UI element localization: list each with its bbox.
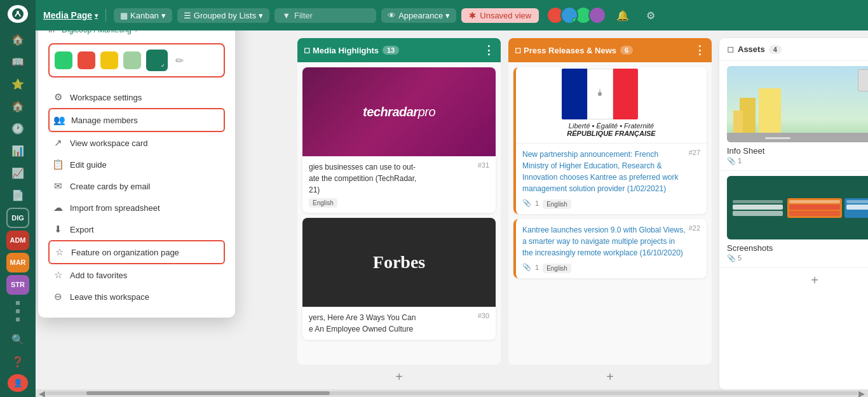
asset-item-info-sheet[interactable]: Info Sheet #6 📎 1 <box>719 61 868 171</box>
filter-box[interactable]: ▼ Filter <box>275 8 376 23</box>
svg-point-1 <box>17 11 19 13</box>
menu-item-import-spreadsheet[interactable]: ☁ Import from spreadsheet <box>48 197 225 219</box>
appearance-chevron: ▾ <box>445 11 450 20</box>
grouped-icon: ☰ <box>184 11 191 20</box>
asset-thumbnail-screenshots <box>727 176 868 239</box>
card-number: #30 <box>478 312 489 320</box>
workspace-path-link[interactable]: Digicoop / Marketing <box>62 30 131 34</box>
scroll-thumb[interactable] <box>86 391 330 395</box>
menu-item-feature-org-page[interactable]: ☆ Feature on organization page <box>48 240 225 264</box>
leave-icon: ⊖ <box>52 291 64 302</box>
avatar-4[interactable] <box>588 6 606 24</box>
sidebar-item-star[interactable]: ⭐ <box>6 74 29 94</box>
column-count: 13 <box>383 46 399 55</box>
global-settings-icon[interactable]: ⚙ <box>639 4 662 27</box>
grouped-by-button[interactable]: ☰ Grouped by Lists ▾ <box>177 8 269 23</box>
card-number: #31 <box>478 161 489 169</box>
workspace-dropdown-popup: Media Page In Digicoop / Marketing ↗ ✓ ✏… <box>38 30 235 318</box>
scroll-left-arrow[interactable]: ◀ <box>38 389 46 397</box>
color-swatch-yellow[interactable] <box>100 51 118 69</box>
page-title[interactable]: Media Page ▾ <box>43 10 98 20</box>
assets-column-header: ◻ Assets 4 ⋮ <box>719 38 868 61</box>
card-body: New partnership announcement: French Min… <box>516 144 707 214</box>
card-techradar[interactable]: techradarpro gies businesses can use to … <box>302 67 496 213</box>
scroll-right-arrow[interactable]: ▶ <box>858 389 865 397</box>
assets-add-button[interactable]: + <box>719 268 868 293</box>
menu-item-workspace-settings[interactable]: ⚙ Workspace settings <box>48 86 225 108</box>
top-header: Media Page ▾ ▦ Kanban ▾ ☰ Grouped by Lis… <box>36 0 868 30</box>
sidebar-item-doc[interactable]: 📄 <box>6 185 29 205</box>
menu-item-label: Feature on organization page <box>71 248 179 257</box>
asset-name: Screenshots #14 <box>727 243 868 253</box>
color-swatch-light-green[interactable] <box>123 51 141 69</box>
menu-item-create-cards-email[interactable]: ✉ Create cards by email <box>48 175 225 197</box>
menu-item-view-workspace-card[interactable]: ↗ View workspace card <box>48 132 225 154</box>
color-pen-icon[interactable]: ✏ <box>175 55 184 67</box>
scroll-track[interactable] <box>46 391 858 395</box>
workspace-badge-dig[interactable]: DIG <box>6 208 29 228</box>
column-menu-button[interactable]: ⋮ <box>483 43 494 57</box>
column-add-card-button[interactable]: + <box>297 365 501 389</box>
clip-count: 1 <box>535 264 539 271</box>
workspace-badge-str[interactable]: STR <box>6 275 29 295</box>
menu-item-label: View workspace card <box>70 138 148 148</box>
asset-item-screenshots[interactable]: Screenshots #14 📎 5 <box>719 171 868 268</box>
menu-item-manage-members[interactable]: 👥 Manage members <box>48 108 225 132</box>
french-flag <box>562 69 638 119</box>
menu-item-export[interactable]: ⬇ Export <box>48 219 225 240</box>
card-tag: English <box>309 198 337 208</box>
sidebar-help[interactable]: ❓ <box>6 352 29 372</box>
card-french-ministry[interactable]: Liberté • Égalité • FraternitéRÉPUBLIQUE… <box>513 67 707 214</box>
favorites-icon: ☆ <box>52 269 64 281</box>
settings-icon: ⚙ <box>52 91 64 103</box>
screenshot-preview <box>727 176 868 239</box>
filter-label: Filter <box>294 11 313 20</box>
color-swatch-selected-dark-green[interactable]: ✓ <box>146 50 168 71</box>
kanban-chevron: ▾ <box>161 11 166 20</box>
menu-item-label: Import from spreadsheet <box>70 203 160 213</box>
column-icon: ◻ <box>515 46 521 55</box>
popup-workspace-path: In Digicoop / Marketing ↗ <box>48 30 225 34</box>
asset-thumbnail-info-sheet <box>727 66 868 142</box>
menu-item-add-favorites[interactable]: ☆ Add to favorites <box>48 264 225 286</box>
kanban-view-button[interactable]: ▦ Kanban ▾ <box>114 8 172 23</box>
menu-item-leave-workspace[interactable]: ⊖ Leave this workspace <box>48 286 225 307</box>
svg-point-2 <box>598 92 602 96</box>
sidebar-item-grid[interactable]: 🏠 <box>6 97 29 116</box>
color-swatch-green[interactable] <box>55 51 72 69</box>
workspace-badge-adm[interactable]: ADM <box>6 231 29 250</box>
guide-icon: 📋 <box>52 159 64 170</box>
sidebar-item-chart2[interactable]: 📈 <box>6 163 29 183</box>
menu-item-label: Edit guide <box>70 160 107 170</box>
clip-icon: 📎 <box>522 263 531 271</box>
sidebar-item-clock[interactable]: 🕐 <box>6 119 29 138</box>
column-add-card-button-press[interactable]: + <box>508 365 712 389</box>
unsaved-view-button[interactable]: ✱ Unsaved view <box>461 8 539 23</box>
menu-item-edit-guide[interactable]: 📋 Edit guide <box>48 154 225 175</box>
card-number: #27 <box>689 149 700 156</box>
horizontal-scrollbar[interactable]: ◀ ▶ <box>36 389 868 397</box>
clip-icon: 📎 <box>522 199 531 207</box>
card-text: Kantree launches version 9.0 with Global… <box>522 224 686 259</box>
user-avatar[interactable]: 👤 <box>8 374 28 392</box>
color-swatch-red[interactable] <box>78 51 95 69</box>
card-kantree-v9[interactable]: Kantree launches version 9.0 with Global… <box>513 219 707 278</box>
avatar-2[interactable] <box>560 6 578 24</box>
sidebar-item-chart[interactable]: 📊 <box>6 141 29 161</box>
card-forbes[interactable]: Forbes yers, Here Are 3 Ways You Cane An… <box>302 218 496 340</box>
app-logo[interactable] <box>8 5 28 23</box>
french-republic-text: Liberté • Égalité • FraternitéRÉPUBLIQUE… <box>562 119 660 142</box>
eye-icon: 👁 <box>388 11 396 20</box>
workspace-badge-mar[interactable]: MAR <box>6 253 29 273</box>
notifications-bell[interactable]: 🔔 <box>611 4 634 27</box>
column-menu-button[interactable]: ⋮ <box>694 43 705 57</box>
asset-clips: 📎 1 <box>727 157 868 165</box>
sidebar-item-home[interactable]: 🏠 <box>6 30 29 50</box>
menu-item-label: Create cards by email <box>70 182 150 191</box>
sidebar-search[interactable]: 🔍 <box>6 330 29 350</box>
card-image-area: Liberté • Égalité • FraternitéRÉPUBLIQUE… <box>516 67 707 144</box>
appearance-button[interactable]: 👁 Appearance ▾ <box>381 8 456 23</box>
column-media-highlights: ◻ Media Highlights 13 ⋮ techradarpro gie… <box>297 38 501 389</box>
sidebar-item-book[interactable]: 📖 <box>6 52 29 72</box>
share-icon[interactable]: ↗ <box>134 30 140 34</box>
